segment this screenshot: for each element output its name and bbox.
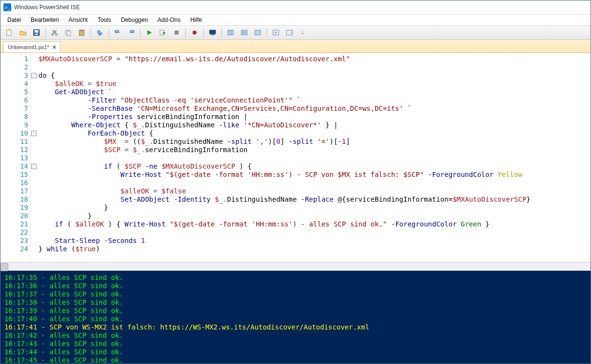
toolbar-separator xyxy=(267,28,267,37)
svg-rect-17 xyxy=(231,30,233,35)
copy-icon[interactable] xyxy=(62,27,74,38)
menu-addons[interactable]: Add-Ons xyxy=(153,16,185,24)
menu-ansicht[interactable]: Ansicht xyxy=(64,16,92,24)
svg-rect-22 xyxy=(287,30,292,35)
toolbar-separator xyxy=(140,28,141,37)
save-icon[interactable] xyxy=(31,27,42,38)
toolbar-overflow-icon[interactable] xyxy=(297,27,309,38)
toolbar-separator xyxy=(45,28,46,37)
toolbar xyxy=(0,26,591,40)
window-title: Windows PowerShell ISE xyxy=(14,4,80,11)
svg-rect-16 xyxy=(228,30,230,35)
toolbar-separator xyxy=(221,28,222,37)
menu-hilfe[interactable]: Hilfe xyxy=(185,16,207,24)
breakpoint-icon[interactable] xyxy=(189,27,200,38)
toolbar-separator xyxy=(90,28,91,37)
svg-rect-14 xyxy=(210,30,215,34)
layout-3-icon[interactable] xyxy=(252,27,264,38)
app-window: >_ Windows PowerShell ISE Datei Bearbeit… xyxy=(0,0,591,364)
svg-rect-4 xyxy=(35,34,38,35)
svg-rect-1 xyxy=(7,30,11,31)
svg-rect-15 xyxy=(211,35,214,35)
toolbar-separator xyxy=(185,28,186,37)
horizontal-scrollbar[interactable] xyxy=(0,262,591,271)
line-number-gutter: 123456789101112131415161718192021222324 xyxy=(0,53,31,262)
svg-point-13 xyxy=(193,31,197,35)
new-file-icon[interactable] xyxy=(3,27,15,38)
undo-icon[interactable] xyxy=(112,27,124,38)
code-area[interactable]: $MXAutoDiscoverSCP = "https://email.ws-i… xyxy=(36,53,591,262)
command-addon-icon[interactable] xyxy=(284,27,295,38)
tab-strip: Unbenannt1.ps1* ✕ xyxy=(0,40,591,53)
console-pane[interactable]: 16:17:35 - alles SCP sind ok.16:17:36 - … xyxy=(0,271,591,364)
tab-label: Unbenannt1.ps1* xyxy=(8,44,49,50)
cut-icon[interactable] xyxy=(49,27,60,38)
run-selection-icon[interactable] xyxy=(157,27,169,38)
app-icon: >_ xyxy=(3,3,11,11)
svg-rect-18 xyxy=(241,30,247,32)
layout-1-icon[interactable] xyxy=(225,27,236,38)
svg-rect-8 xyxy=(67,31,71,35)
scrollbar-thumb[interactable] xyxy=(0,263,8,271)
svg-rect-19 xyxy=(241,33,247,35)
clear-icon[interactable] xyxy=(94,27,106,38)
remote-icon[interactable] xyxy=(207,27,218,38)
tab-unbenannt1[interactable]: Unbenannt1.ps1* ✕ xyxy=(3,41,61,52)
svg-rect-3 xyxy=(35,30,38,33)
menu-tools[interactable]: Tools xyxy=(92,16,116,24)
menu-datei[interactable]: Datei xyxy=(2,16,26,24)
redo-icon[interactable] xyxy=(125,27,137,38)
layout-2-icon[interactable] xyxy=(238,27,250,38)
menu-bearbeiten[interactable]: Bearbeiten xyxy=(26,16,64,24)
open-file-icon[interactable] xyxy=(17,27,29,38)
tab-close-icon[interactable]: ✕ xyxy=(52,45,56,50)
svg-rect-12 xyxy=(175,31,179,35)
toolbar-separator xyxy=(203,28,204,37)
move-pane-icon[interactable] xyxy=(270,27,282,38)
run-icon[interactable] xyxy=(143,27,155,38)
fold-column: --- xyxy=(31,53,36,262)
toolbar-separator xyxy=(108,28,109,37)
stop-icon[interactable] xyxy=(171,27,182,38)
menu-bar: Datei Bearbeiten Ansicht Tools Debuggen … xyxy=(0,15,591,26)
script-editor[interactable]: 123456789101112131415161718192021222324 … xyxy=(0,53,591,262)
svg-rect-20 xyxy=(255,30,261,35)
svg-rect-10 xyxy=(80,30,83,31)
menu-debuggen[interactable]: Debuggen xyxy=(116,16,152,24)
title-bar: >_ Windows PowerShell ISE xyxy=(0,0,591,15)
paste-icon[interactable] xyxy=(76,27,88,38)
